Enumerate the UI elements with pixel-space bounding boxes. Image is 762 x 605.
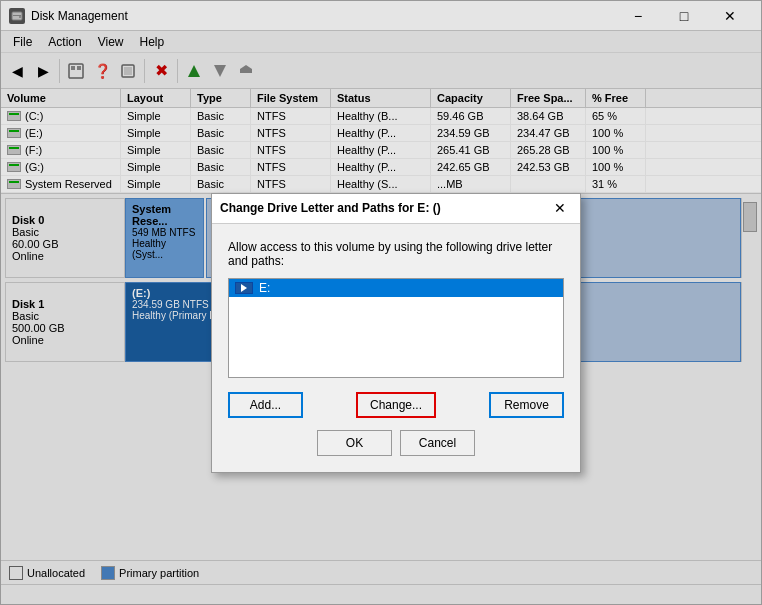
dialog-ok-cancel-row: OK Cancel — [228, 430, 564, 456]
dialog-body: Allow access to this volume by using the… — [212, 224, 580, 472]
dialog-overlay: Change Drive Letter and Paths for E: () … — [1, 1, 761, 604]
dialog-action-buttons: Add... Change... Remove — [228, 392, 564, 418]
remove-button[interactable]: Remove — [489, 392, 564, 418]
drive-arrow-icon — [241, 284, 247, 292]
add-button[interactable]: Add... — [228, 392, 303, 418]
change-drive-letter-dialog: Change Drive Letter and Paths for E: () … — [211, 193, 581, 473]
dialog-description: Allow access to this volume by using the… — [228, 240, 564, 268]
change-button[interactable]: Change... — [356, 392, 436, 418]
dialog-list-item-label: E: — [259, 281, 270, 295]
cancel-button[interactable]: Cancel — [400, 430, 475, 456]
dialog-title-bar: Change Drive Letter and Paths for E: () … — [212, 194, 580, 224]
dialog-title-text: Change Drive Letter and Paths for E: () — [220, 201, 441, 215]
main-window: Disk Management − □ ✕ File Action View H… — [0, 0, 762, 605]
dialog-list-item-e[interactable]: E: — [229, 279, 563, 297]
drive-icon-e — [235, 282, 253, 294]
dialog-listbox[interactable]: E: — [228, 278, 564, 378]
dialog-close-button[interactable]: ✕ — [548, 196, 572, 220]
ok-button[interactable]: OK — [317, 430, 392, 456]
